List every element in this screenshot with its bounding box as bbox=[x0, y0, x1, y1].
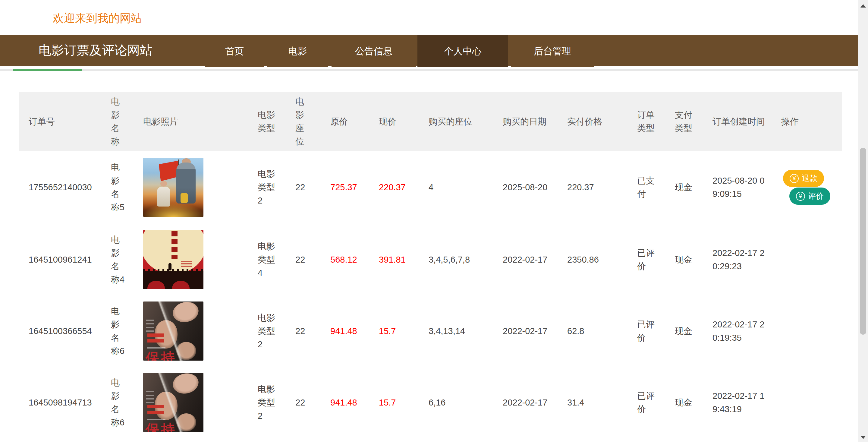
poster-flag-shape bbox=[159, 161, 178, 183]
col-header-created-at: 订单创建时间 bbox=[705, 115, 773, 128]
nav-tab-admin[interactable]: 后台管理 bbox=[511, 35, 594, 67]
cur-price: 220.37 bbox=[372, 181, 421, 194]
action-buttons: ¥ 退款 ¥ 评价 bbox=[773, 170, 839, 205]
nav-tab-home[interactable]: 首页 bbox=[205, 35, 264, 67]
tab-indicator bbox=[13, 69, 82, 71]
nav-tab-label: 首页 bbox=[225, 45, 244, 58]
paid-price: 62.8 bbox=[559, 324, 630, 338]
cur-price: 15.7 bbox=[372, 324, 421, 338]
order-row: 1645100366554 电影名称6 保持 电影类型2 22 941.48 1… bbox=[19, 295, 842, 366]
main-navbar: 电影订票及评论网站 首页 电影 公告信息 个人中心 后台管理 bbox=[0, 35, 858, 66]
review-button[interactable]: ¥ 评价 bbox=[789, 187, 830, 205]
movie-name: 电影名称4 bbox=[104, 233, 134, 286]
purchased-seats: 3,4,5,6,7,8 bbox=[421, 253, 494, 266]
poster-figure-shape bbox=[168, 263, 172, 270]
cur-price: 391.81 bbox=[372, 253, 421, 266]
buy-date: 2022-02-17 bbox=[494, 396, 559, 409]
col-header-order-no: 订单号 bbox=[19, 115, 104, 128]
order-no: 1645098194713 bbox=[19, 396, 104, 409]
page: 欢迎来到我的网站 电影订票及评论网站 首页 电影 公告信息 个人中心 后台管理 … bbox=[0, 0, 868, 442]
nav-tab-announcements[interactable]: 公告信息 bbox=[332, 35, 416, 67]
poster-title-text: 保持 bbox=[146, 422, 176, 432]
movie-photo-cell: 保持 bbox=[134, 301, 250, 361]
red-moon-bridge-poster-image bbox=[143, 230, 204, 289]
buy-date: 2022-02-17 bbox=[494, 324, 559, 338]
pay-type: 现金 bbox=[668, 253, 705, 266]
yen-circle-icon: ¥ bbox=[789, 174, 799, 183]
scroll-down-arrow-icon[interactable] bbox=[861, 436, 866, 439]
scrollbar[interactable] bbox=[858, 0, 868, 442]
order-row: 1645100961241 电影名称4 电影类型4 22 568.12 391.… bbox=[19, 224, 842, 295]
movie-photo-cell bbox=[134, 158, 250, 217]
orig-price: 568.12 bbox=[324, 253, 372, 266]
paid-price: 31.4 bbox=[559, 396, 630, 409]
scroll-up-arrow-icon[interactable] bbox=[861, 4, 866, 7]
cur-price: 15.7 bbox=[372, 396, 421, 409]
order-type: 已评价 bbox=[630, 318, 668, 344]
paid-price: 220.37 bbox=[559, 181, 630, 194]
movie-name: 电影名称5 bbox=[104, 161, 134, 214]
movie-seat: 22 bbox=[288, 324, 324, 338]
movie-seat: 22 bbox=[288, 253, 324, 266]
created-at: 2022-02-17 19:43:19 bbox=[705, 389, 773, 416]
nav-tab-label: 后台管理 bbox=[534, 45, 571, 58]
poster-credits-shape bbox=[146, 320, 154, 332]
nav-tab-movies[interactable]: 电影 bbox=[267, 35, 328, 67]
movie-type: 电影类型2 bbox=[250, 167, 288, 207]
actions-cell: ¥ 退款 ¥ 评价 bbox=[773, 170, 842, 205]
nav-tab-personal-center[interactable]: 个人中心 bbox=[417, 35, 508, 67]
order-row: 1645098194713 电影名称6 保持 电影类型2 22 941.48 1… bbox=[19, 366, 842, 438]
refund-button[interactable]: ¥ 退款 bbox=[783, 170, 824, 187]
poster-calligraphy-shape bbox=[181, 261, 192, 267]
poster-subtitle-shape bbox=[147, 347, 165, 349]
dark-drama-poster-image: 保持 bbox=[143, 373, 204, 432]
movie-name: 电影名称6 bbox=[104, 304, 134, 358]
created-at: 2022-02-17 20:29:23 bbox=[705, 246, 773, 273]
poster-subtitle-shape bbox=[147, 419, 165, 420]
col-header-photo: 电影照片 bbox=[134, 115, 250, 128]
pay-type: 现金 bbox=[668, 324, 705, 338]
created-at: 2025-08-20 09:09:15 bbox=[705, 174, 773, 201]
col-header-seats: 购买的座位 bbox=[421, 115, 494, 128]
poster-calligraphy-shape bbox=[172, 231, 178, 259]
review-button-label: 评价 bbox=[808, 191, 824, 201]
poster-credits-shape bbox=[146, 391, 154, 404]
movie-name: 电影名称6 bbox=[104, 376, 134, 429]
tab-indicator-track bbox=[0, 69, 858, 71]
dark-drama-poster-image: 保持 bbox=[143, 301, 204, 361]
orig-price: 725.37 bbox=[324, 181, 372, 194]
poster-tagline-shape bbox=[147, 405, 164, 414]
scrollbar-thumb[interactable] bbox=[860, 148, 866, 335]
col-header-actions: 操作 bbox=[773, 115, 842, 128]
order-type: 已支付 bbox=[630, 174, 668, 201]
movie-photo-cell bbox=[134, 230, 250, 289]
order-type: 已评价 bbox=[630, 246, 668, 273]
order-row: 1755652140030 电影名称5 电影类型2 22 725.37 220.… bbox=[19, 151, 842, 224]
col-header-movie-name: 电影名称 bbox=[104, 95, 134, 148]
col-header-movie-seat: 电影座位 bbox=[288, 95, 324, 148]
poster-title-text: 保持 bbox=[146, 351, 176, 361]
nav-tab-label: 公告信息 bbox=[355, 45, 393, 58]
created-at: 2022-02-17 20:19:35 bbox=[705, 318, 773, 344]
purchased-seats: 4 bbox=[421, 181, 494, 194]
movie-photo-cell: 保持 bbox=[134, 373, 250, 432]
paid-price: 2350.86 bbox=[559, 253, 630, 266]
poster-tagline-shape bbox=[147, 333, 164, 343]
nav-tab-label: 个人中心 bbox=[444, 45, 482, 58]
buy-date: 2025-08-20 bbox=[494, 181, 559, 194]
col-header-movie-type: 电影类型 bbox=[250, 108, 288, 135]
movie-type: 电影类型4 bbox=[250, 240, 288, 279]
purchased-seats: 6,16 bbox=[421, 396, 494, 409]
col-header-paid-price: 实付价格 bbox=[559, 115, 630, 128]
poster-figure-shape bbox=[160, 181, 167, 187]
order-no: 1755652140030 bbox=[19, 181, 104, 194]
purchased-seats: 3,4,13,14 bbox=[421, 324, 494, 338]
order-no: 1645100366554 bbox=[19, 324, 104, 338]
col-header-buy-date: 购买的日期 bbox=[494, 115, 559, 128]
orders-table: 订单号 电影名称 电影照片 电影类型 电影座位 原价 现价 购买的座位 购买的日… bbox=[19, 92, 842, 438]
pay-type: 现金 bbox=[668, 181, 705, 194]
order-no: 1645100961241 bbox=[19, 253, 104, 266]
col-header-orig-price: 原价 bbox=[324, 115, 372, 128]
nav-tab-label: 电影 bbox=[288, 45, 307, 58]
movie-type: 电影类型2 bbox=[250, 383, 288, 422]
